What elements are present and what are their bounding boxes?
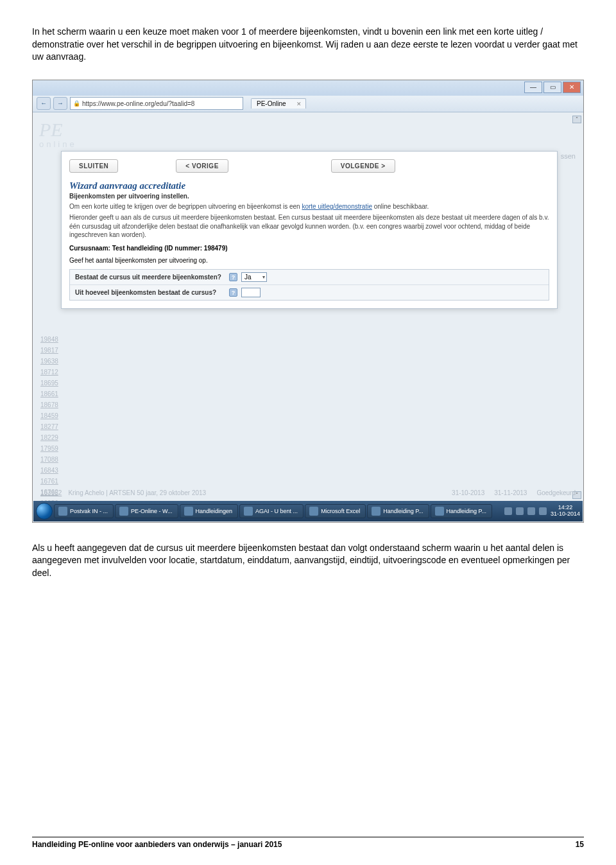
row2-label: Uit hoeveel bijeenkomsten bestaat de cur… bbox=[75, 289, 229, 296]
taskbar-clock[interactable]: 14:22 31-10-2014 bbox=[551, 505, 580, 518]
start-button[interactable] bbox=[36, 503, 53, 520]
page-footer: Handleiding PE-online voor aanbieders va… bbox=[32, 837, 584, 849]
korte-uitleg-link[interactable]: korte uitleg/demonstratie bbox=[302, 203, 372, 210]
windows-taskbar: Postvak IN - ... PE-Online - W... Handle… bbox=[33, 501, 583, 521]
taskbar-item[interactable]: Handleidingen bbox=[180, 504, 239, 518]
form-box: Bestaat de cursus uit meerdere bijeenkom… bbox=[69, 269, 549, 301]
form-row-aantal: Uit hoeveel bijeenkomsten bestaat de cur… bbox=[70, 285, 549, 300]
row1-label: Bestaat de cursus uit meerdere bijeenkom… bbox=[75, 274, 229, 281]
background-last-row: 163952 Kring Achelo | ARTSEN 50 jaar, 29… bbox=[40, 489, 576, 496]
nav-forward-button[interactable]: → bbox=[53, 97, 67, 110]
taskbar-item[interactable]: Handleiding P... bbox=[431, 504, 492, 518]
form-row-meerdere: Bestaat de cursus uit meerdere bijeenkom… bbox=[70, 270, 549, 285]
pe-brand-sub-watermark: online bbox=[39, 139, 77, 149]
app-icon bbox=[119, 507, 128, 516]
wizard-instruction: Geef het aantal bijeenkomsten per uitvoe… bbox=[69, 257, 549, 264]
window-close-button[interactable]: ✕ bbox=[563, 82, 581, 93]
app-icon bbox=[58, 507, 67, 516]
pe-brand-watermark: PE bbox=[39, 119, 63, 141]
tab-close-icon[interactable]: ✕ bbox=[296, 101, 302, 107]
app-icon bbox=[309, 507, 318, 516]
lock-icon: 🔒 bbox=[73, 100, 80, 107]
meerdere-bijeenkomsten-select[interactable]: Ja ▾ bbox=[241, 272, 267, 282]
taskbar-item[interactable]: Microsoft Excel bbox=[305, 504, 366, 518]
window-minimize-button[interactable]: — bbox=[524, 82, 542, 93]
tab-title: PE-Online bbox=[257, 100, 286, 107]
outro-paragraph: Als u heeft aangegeven dat de cursus uit… bbox=[32, 542, 584, 580]
browser-tab[interactable]: PE-Online ✕ bbox=[251, 98, 306, 109]
scroll-up-icon[interactable]: ˄ bbox=[572, 116, 581, 123]
embedded-screenshot: — ▭ ✕ ← → 🔒 https://www.pe-online.org/ed… bbox=[32, 80, 584, 523]
volgende-button[interactable]: VOLGENDE > bbox=[331, 159, 395, 173]
partial-word: ssen bbox=[561, 152, 576, 160]
taskbar-item[interactable]: PE-Online - W... bbox=[115, 504, 178, 518]
nav-back-button[interactable]: ← bbox=[37, 97, 51, 110]
wizard-title: Wizard aanvraag accreditatie bbox=[69, 180, 549, 191]
taskbar-item[interactable]: Postvak IN - ... bbox=[54, 504, 114, 518]
app-icon bbox=[184, 507, 193, 516]
tray-icon[interactable] bbox=[527, 507, 535, 515]
tray-icon[interactable] bbox=[539, 507, 547, 515]
help-icon[interactable]: ? bbox=[229, 273, 237, 281]
wizard-subtitle: Bijeenkomsten per uitvoering instellen. bbox=[69, 193, 549, 200]
taskbar-item[interactable]: Handleiding P... bbox=[367, 504, 429, 518]
footer-title: Handleiding PE-online voor aanbieders va… bbox=[32, 840, 282, 849]
taskbar-item[interactable]: AGAI - U bent ... bbox=[239, 504, 304, 518]
page-number: 15 bbox=[576, 840, 584, 849]
url-input[interactable]: 🔒 https://www.pe-online.org/edu/?taalid=… bbox=[70, 97, 243, 110]
window-maximize-button[interactable]: ▭ bbox=[543, 82, 561, 93]
url-text: https://www.pe-online.org/edu/?taalid=8 bbox=[82, 100, 194, 107]
cursusnaam-row: Cursusnaam: Test handleiding (ID nummer:… bbox=[69, 245, 549, 252]
app-icon bbox=[244, 507, 253, 516]
aantal-bijeenkomsten-input[interactable] bbox=[241, 288, 261, 297]
vorige-button[interactable]: < VORIGE bbox=[176, 159, 228, 173]
tray-icon[interactable] bbox=[516, 507, 524, 515]
intro-paragraph: In het scherm waarin u een keuze moet ma… bbox=[32, 26, 584, 64]
chevron-down-icon: ▾ bbox=[262, 274, 265, 280]
app-icon bbox=[372, 507, 381, 516]
tray-icon[interactable] bbox=[504, 507, 512, 515]
help-icon[interactable]: ? bbox=[229, 288, 237, 297]
browser-address-bar: ← → 🔒 https://www.pe-online.org/edu/?taa… bbox=[33, 96, 583, 112]
system-tray: 14:22 31-10-2014 bbox=[504, 505, 580, 518]
wizard-para-1: Om een korte uitleg te krijgen over de b… bbox=[69, 202, 549, 211]
sluiten-button[interactable]: SLUITEN bbox=[69, 159, 118, 173]
wizard-para-2: Hieronder geeft u aan als de cursus uit … bbox=[69, 213, 549, 240]
window-titlebar: — ▭ ✕ bbox=[33, 80, 583, 96]
app-icon bbox=[435, 507, 444, 516]
wizard-modal: SLUITEN < VORIGE VOLGENDE > Wizard aanvr… bbox=[61, 151, 558, 309]
